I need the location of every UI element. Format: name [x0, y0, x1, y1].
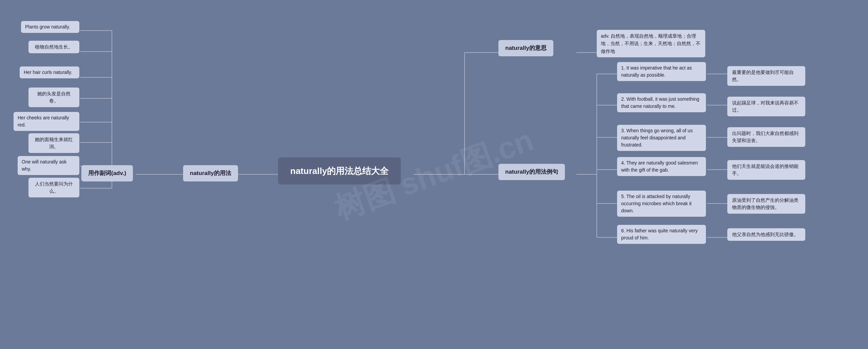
example-en-1: Her hair curls naturally.: [20, 66, 79, 78]
example-en-3: One will naturally ask why.: [18, 156, 79, 175]
mindmap-container: naturally的用法总结大全 用作副词(adv.) naturally的用法…: [0, 0, 868, 349]
r-example-en-3: 4. They are naturally good salesmen with…: [617, 157, 706, 176]
usage-node: naturally的用法: [183, 165, 238, 181]
r-example-cn-2: 出问题时，我们大家自然都感到失望和沮丧。: [727, 127, 805, 147]
example-cn-3: 人们当然要问为什么。: [28, 178, 79, 197]
central-node: naturally的用法总结大全: [278, 157, 401, 185]
r-example-en-4: 5. The oil is attacked by naturally occu…: [617, 191, 706, 217]
r-example-cn-3: 他们天生就是能说会道的推销能手。: [727, 160, 805, 180]
example-cn-1: 她的头发是自然卷。: [28, 88, 79, 107]
example-cn-0: 植物自然地生长。: [28, 41, 79, 53]
r-example-en-5: 6. His father was quite naturally very p…: [617, 225, 706, 244]
example-en-2: Her cheeks are naturally red.: [14, 112, 79, 131]
r-example-en-1: 2. With football, it was just something …: [617, 93, 706, 112]
r-example-en-2: 3. When things go wrong, all of us natur…: [617, 125, 706, 151]
example-cn-2: 她的面颊生来就红润。: [28, 133, 79, 153]
example-en-0: Plants grow naturally.: [21, 21, 79, 33]
adverb-category-node: 用作副词(adv.): [81, 165, 133, 181]
r-example-cn-5: 他父亲自然为他感到无比骄傲。: [727, 228, 805, 241]
r-example-cn-4: 原油受到了自然产生的分解油类物质的微生物的侵蚀。: [727, 194, 805, 214]
meaning-text-node: adv. 自然地，表现自然地，顺理成章地；合理地，当然，不用说；生来，天然地；自…: [597, 30, 705, 57]
example-category-node: naturally的用法例句: [498, 164, 565, 180]
r-example-cn-0: 最重要的是他要做到尽可能自然。: [727, 66, 805, 86]
r-example-cn-1: 说起踢足球，对我来说再容易不过。: [727, 97, 805, 116]
r-example-en-0: 1. It was imperative that he act as natu…: [617, 62, 706, 81]
meaning-category-node: naturally的意思: [498, 40, 553, 56]
